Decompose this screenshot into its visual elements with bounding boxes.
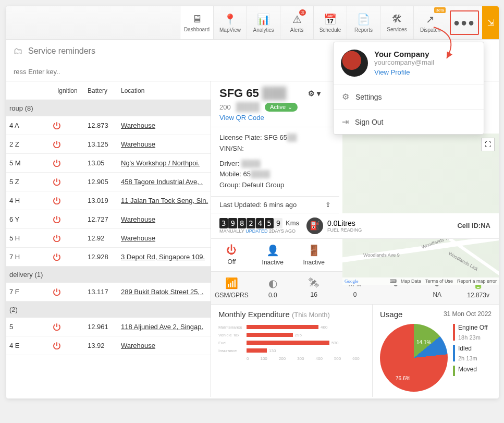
location-link[interactable]: Warehouse <box>121 140 211 148</box>
status-icon: 👤 <box>266 244 279 257</box>
odometer: 3982459 <box>219 218 282 228</box>
fuel-icon: ⛽ <box>306 217 323 234</box>
nav-mapview[interactable]: 📍MapView <box>213 6 247 39</box>
location-link[interactable]: Ng's Workshop / Northpoi. <box>121 159 211 167</box>
location-link[interactable]: Warehouse <box>121 234 211 242</box>
chart-icon: 📊 <box>257 13 270 26</box>
power-icon <box>52 341 88 351</box>
vehicle-title: SFG 65 <box>219 87 259 100</box>
top-nav: 🖥Dashboard 📍MapView 📊Analytics ⚠3Alerts … <box>6 6 499 40</box>
fuel-value: 0.0Litres <box>327 219 362 227</box>
map[interactable]: Woodlands Ave 9 Woodlands Terrace Woodla… <box>342 134 499 285</box>
status-cell: 🛰16 <box>293 272 335 304</box>
power-icon <box>52 215 88 224</box>
power-icon <box>52 287 88 297</box>
power-icon <box>52 159 88 168</box>
vehicle-sub-id: 200 <box>219 103 231 111</box>
status-icon: 🚪 <box>308 244 321 257</box>
status-cell: ⏻Off <box>211 239 252 271</box>
status-badge: Active ⌄ <box>265 103 298 112</box>
view-profile-link[interactable]: View Profile <box>374 68 434 76</box>
location-link[interactable]: 118 Aljunied Ave 2, Singap. <box>121 323 211 331</box>
col-ignition: Ignition <box>57 87 88 94</box>
company-name: Your Company <box>374 50 434 58</box>
map-attribution: Google ⌨ Map Data Terms of Use Report a … <box>342 277 499 285</box>
location-link[interactable]: 289 Bukit Batok Street 25, . <box>121 288 211 296</box>
usage-pie-chart: 14.1% 76.6% <box>380 324 448 392</box>
expenditure-panel: Monthly Expenditure (This Month) Mainten… <box>211 305 373 397</box>
location-link[interactable]: 458 Tagore Industrial Ave, . <box>121 178 211 186</box>
power-icon <box>52 234 88 243</box>
power-icon <box>52 140 88 149</box>
table-row[interactable]: 4 H13.01911 Jalan Tan Tock Seng, Sin. <box>6 191 211 210</box>
nav-reports[interactable]: 📄Reports <box>347 6 380 39</box>
dispatch-icon: ↗ <box>426 13 435 26</box>
location-link[interactable]: 11 Jalan Tan Tock Seng, Sin. <box>121 197 211 204</box>
status-icon: ⏻ <box>226 244 237 256</box>
table-row[interactable]: 6 Y12.727Warehouse <box>6 210 211 229</box>
status-icon: 🛰 <box>309 277 319 289</box>
beta-badge: Beta <box>434 7 446 13</box>
table-row[interactable]: 2 Z13.125Warehouse <box>6 135 211 154</box>
expenditure-chart: Maintenance460Vehicle Tax295Fuel530Insur… <box>218 325 365 361</box>
power-icon <box>52 322 88 332</box>
power-icon <box>52 252 88 262</box>
group-row[interactable]: delivery (1) <box>6 267 211 283</box>
signout-menu-item[interactable]: ⇥Sign Out <box>334 109 484 134</box>
status-cell: ◐0.0 <box>252 272 293 304</box>
table-row[interactable]: 5 Z12.905458 Tagore Industrial Ave, . <box>6 173 211 191</box>
company-email: yourcompany@mail <box>374 58 434 66</box>
gear-icon: ⚙ <box>342 92 349 102</box>
group-row[interactable]: roup (8) <box>6 100 211 116</box>
table-row[interactable]: 5 M13.05Ng's Workshop / Northpoi. <box>6 154 211 173</box>
status-icon: ◐ <box>268 277 277 289</box>
nav-analytics[interactable]: 📊Analytics <box>247 6 280 39</box>
location-link[interactable]: Warehouse <box>121 342 211 349</box>
col-location: Location <box>121 87 211 94</box>
signout-icon: ⇥ <box>342 117 349 127</box>
location-link[interactable]: Warehouse <box>121 215 211 223</box>
map-fullscreen-button[interactable]: ⛶ <box>481 138 495 151</box>
status-cell: 📶GSM/GPRS <box>211 272 252 304</box>
wrench-icon: 🛠 <box>392 13 402 25</box>
nav-dashboard[interactable]: 🖥Dashboard <box>180 6 213 39</box>
view-qr-link[interactable]: View QR Code <box>219 114 331 122</box>
power-icon <box>52 196 88 206</box>
alert-badge: 3 <box>299 9 306 16</box>
settings-menu-item[interactable]: ⚙Settings <box>334 84 484 109</box>
location-link[interactable]: Warehouse <box>121 122 211 129</box>
table-row[interactable]: 7 H12.9283 Depot Rd, Singapore 109. <box>6 248 211 267</box>
table-row[interactable]: 7 F13.117289 Bukit Batok Street 25, . <box>6 283 211 301</box>
status-cell: 👤Inactive <box>252 239 293 271</box>
table-header: Ignition Battery Location <box>6 81 211 100</box>
usage-legend: Engine Off18h 23mIdled2h 13mMoved <box>453 324 487 392</box>
last-updated: Last Updated: 6 mins ago <box>219 201 297 209</box>
nav-alerts[interactable]: ⚠3Alerts <box>280 6 313 39</box>
location-link[interactable]: 3 Depot Rd, Singapore 109. <box>121 253 211 261</box>
usage-date: 31 Mon Oct 2022 <box>444 310 491 318</box>
collapse-button[interactable]: ⇲ <box>482 6 499 39</box>
odometer-update-link[interactable]: UPDATED <box>245 228 267 234</box>
pin-icon: 📍 <box>224 13 237 26</box>
report-icon: 📄 <box>357 13 370 26</box>
table-row[interactable]: 4 A12.873Warehouse <box>6 116 211 135</box>
nav-services[interactable]: 🛠Services <box>380 6 413 39</box>
vehicle-table: Ignition Battery Location roup (8)4 A12.… <box>6 81 211 397</box>
nav-schedule[interactable]: 📅Schedule <box>313 6 347 39</box>
col-battery: Battery <box>88 87 121 94</box>
company-avatar <box>341 50 368 77</box>
fuel-label: FUEL READING <box>327 227 362 233</box>
chevron-down-icon: ⌄ <box>288 104 292 111</box>
fullscreen-icon: ⛶ <box>485 141 491 148</box>
table-row[interactable]: 512.961118 Aljunied Ave 2, Singap. <box>6 318 211 336</box>
usage-panel: Usage 31 Mon Oct 2022 14.1% 76.6% Engine… <box>373 305 499 397</box>
table-row[interactable]: 4 E13.92Warehouse <box>6 336 211 355</box>
group-row[interactable]: (2) <box>6 301 211 318</box>
table-row[interactable]: 5 H12.92Warehouse <box>6 229 211 248</box>
status-icon: 📶 <box>225 277 238 289</box>
share-icon[interactable]: ⇪ <box>325 201 331 209</box>
status-cell: 🚪Inactive <box>293 239 335 271</box>
collapse-icon: ⇲ <box>487 18 494 28</box>
settings-gear-button[interactable]: ⚙ ▾ <box>308 89 321 98</box>
annotation-arrow <box>428 25 475 66</box>
